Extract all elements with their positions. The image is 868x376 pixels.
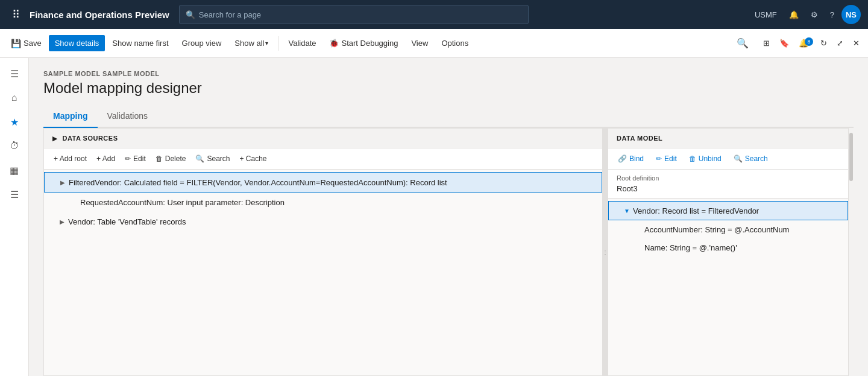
add-root-button[interactable]: + Add root — [49, 152, 92, 165]
user-label: USMF — [750, 8, 782, 22]
notification-badge[interactable]: 🔔8 — [795, 36, 814, 50]
refresh-icon[interactable]: ↻ — [817, 36, 831, 50]
dm-tree-item[interactable]: ▶ Name: String = @.'name()' — [608, 238, 848, 257]
tree-item[interactable]: ▶ RequestedAccountNum: User input parame… — [44, 193, 602, 212]
tree-toggle-icon[interactable]: ▶ — [57, 176, 69, 188]
save-icon: 💾 — [11, 39, 21, 48]
options-button[interactable]: Options — [435, 35, 474, 51]
dm-tree-item[interactable]: ▶ AccountNumber: String = @.AccountNum — [608, 220, 848, 238]
search-placeholder: Search for a page — [199, 10, 261, 19]
edit-icon: ✏ — [656, 155, 662, 163]
avatar[interactable]: NS — [841, 5, 861, 24]
content-area: SAMPLE MODEL SAMPLE MODEL Model mapping … — [29, 58, 868, 376]
help-icon[interactable]: ? — [825, 8, 839, 22]
collapse-icon[interactable]: ▶ — [52, 135, 58, 142]
validate-button[interactable]: Validate — [282, 35, 322, 51]
data-model-tree: ▼ Vendor: Record list = FilteredVendor ▶… — [608, 199, 848, 375]
breadcrumb: SAMPLE MODEL SAMPLE MODEL — [43, 70, 854, 77]
bookmark-icon[interactable]: 🔖 — [776, 36, 793, 50]
tree-toggle-icon[interactable]: ▼ — [621, 205, 633, 217]
save-button[interactable]: 💾 Save — [5, 35, 48, 52]
separator — [278, 36, 278, 51]
grid-view-icon[interactable]: ⊞ — [760, 36, 773, 50]
sidebar-item-favorites[interactable]: ★ — [4, 111, 25, 133]
panels-row: ▶ DATA SOURCES + Add root + Add ✏ Edit — [43, 128, 854, 376]
right-scrollbar[interactable] — [849, 128, 854, 376]
tree-item[interactable]: ▶ Vendor: Table 'VendTable' records — [44, 212, 602, 231]
tree-item[interactable]: ▶ FilteredVendor: Calculated field = FIL… — [44, 172, 602, 193]
sidebar-item-hamburger[interactable]: ☰ — [4, 63, 25, 84]
grid-icon[interactable]: ⠿ — [7, 5, 25, 24]
delete-icon: 🗑 — [156, 155, 163, 163]
global-search[interactable]: 🔍 Search for a page — [179, 5, 529, 24]
dm-tree-item[interactable]: ▼ Vendor: Record list = FilteredVendor — [608, 201, 848, 220]
show-details-button[interactable]: Show details — [49, 35, 105, 51]
tab-mapping[interactable]: Mapping — [43, 106, 98, 128]
view-button[interactable]: View — [405, 35, 434, 51]
app-title: Finance and Operations Preview — [30, 10, 169, 20]
panel-resizer[interactable]: ⋮ — [603, 128, 608, 376]
data-sources-header: ▶ DATA SOURCES — [44, 129, 602, 148]
search-button[interactable]: 🔍 Search — [190, 152, 234, 165]
edit-button[interactable]: ✏ Edit — [120, 152, 151, 165]
show-name-button[interactable]: Show name first — [106, 35, 174, 51]
bind-button[interactable]: 🔗 Bind — [613, 152, 649, 165]
cmd-search-icon[interactable]: 🔍 — [732, 35, 753, 51]
chevron-down-icon: ▾ — [265, 40, 268, 46]
search-icon: 🔍 — [195, 155, 204, 163]
unbind-button[interactable]: 🗑 Unbind — [684, 152, 726, 165]
settings-icon[interactable]: ⚙ — [806, 8, 823, 22]
top-nav: ⠿ Finance and Operations Preview 🔍 Searc… — [0, 0, 868, 29]
close-icon[interactable]: ✕ — [849, 36, 863, 50]
bug-icon: 🐞 — [329, 39, 339, 48]
page-title: Model mapping designer — [43, 80, 854, 97]
data-sources-panel: ▶ DATA SOURCES + Add root + Add ✏ Edit — [43, 128, 603, 376]
show-all-button[interactable]: Show all ▾ — [228, 35, 274, 51]
delete-button[interactable]: 🗑 Delete — [151, 152, 191, 165]
data-model-toolbar: 🔗 Bind ✏ Edit 🗑 Unbind 🔍 Search — [608, 148, 848, 170]
data-sources-tree: ▶ FilteredVendor: Calculated field = FIL… — [44, 170, 602, 375]
unbind-icon: 🗑 — [689, 155, 696, 163]
data-model-panel: DATA MODEL 🔗 Bind ✏ Edit 🗑 Unbind — [608, 128, 849, 376]
root-definition-section: Root definition Root3 — [608, 170, 848, 199]
tree-toggle-icon[interactable]: ▶ — [56, 215, 68, 228]
add-button[interactable]: + Add — [92, 152, 120, 165]
sidebar-item-recent[interactable]: ⏱ — [4, 135, 25, 157]
tabs-row: Mapping Validations — [43, 106, 854, 128]
sidebar-item-modules[interactable]: ☰ — [4, 183, 25, 205]
dm-edit-button[interactable]: ✏ Edit — [651, 152, 682, 165]
main-layout: ☰ ⌂ ★ ⏱ ▦ ☰ SAMPLE MODEL SAMPLE MODEL Mo… — [0, 58, 868, 376]
link-icon: 🔗 — [618, 155, 627, 163]
tab-validations[interactable]: Validations — [98, 106, 157, 128]
sidebar-item-workspaces[interactable]: ▦ — [4, 159, 25, 181]
group-view-button[interactable]: Group view — [176, 35, 228, 51]
popout-icon[interactable]: ⤢ — [833, 36, 847, 50]
top-nav-right: USMF 🔔 ⚙ ? NS — [750, 5, 861, 24]
command-bar: 💾 Save Show details Show name first Grou… — [0, 29, 868, 58]
search-icon: 🔍 — [186, 10, 195, 19]
dm-search-button[interactable]: 🔍 Search — [729, 152, 773, 165]
cache-button[interactable]: + Cache — [234, 152, 271, 165]
data-model-header: DATA MODEL — [608, 129, 848, 148]
side-nav: ☰ ⌂ ★ ⏱ ▦ ☰ — [0, 58, 29, 376]
bell-icon[interactable]: 🔔 — [784, 8, 804, 22]
search-icon: 🔍 — [734, 155, 743, 163]
edit-icon: ✏ — [125, 155, 131, 163]
start-debugging-button[interactable]: 🐞 Start Debugging — [323, 35, 404, 51]
sidebar-item-home[interactable]: ⌂ — [4, 87, 25, 109]
data-sources-toolbar: + Add root + Add ✏ Edit 🗑 Delete 🔍 — [44, 148, 602, 170]
